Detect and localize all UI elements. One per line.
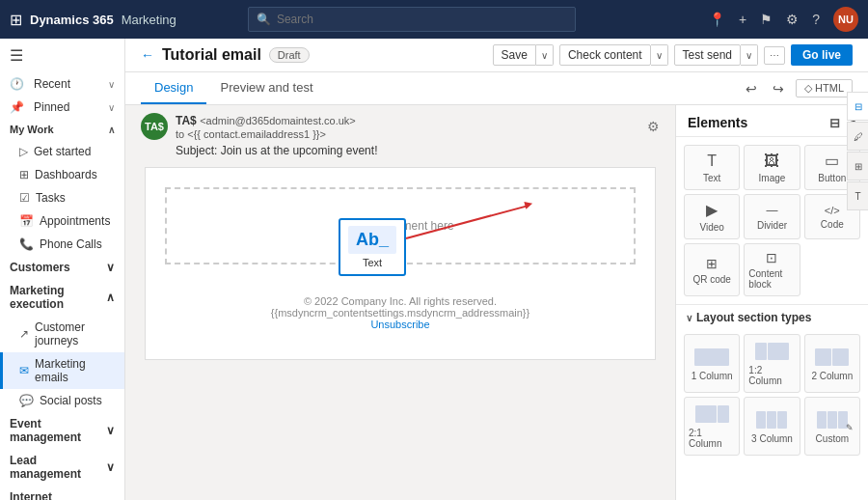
sidebar-group-marketing-execution[interactable]: Marketing execution ∧ xyxy=(0,279,124,316)
email-settings-icon[interactable]: ⚙ xyxy=(647,119,660,134)
element-text[interactable]: T Text xyxy=(684,145,740,190)
qrcode-icon: ⊞ xyxy=(706,256,718,271)
layout-1-column[interactable]: 1 Column xyxy=(684,334,740,393)
element-video[interactable]: ▶ Video xyxy=(684,194,740,239)
search-icon: 🔍 xyxy=(257,13,271,26)
sidebar-item-appointments[interactable]: 📅 Appointments xyxy=(0,209,124,233)
top-navigation: ⊞ Dynamics 365 Marketing 🔍 📍 + ⚑ ⚙ ? NU xyxy=(0,0,868,39)
email-dynamics-text: {{msdyncrm_contentsettings.msdyncrm_addr… xyxy=(157,307,643,319)
sender-email: <admin@d365domaintest.co.uk> xyxy=(200,115,356,126)
redo-button[interactable]: ↪ xyxy=(769,79,788,98)
recent-icon: 🕐 xyxy=(10,77,24,91)
sender-avatar: TA$ xyxy=(141,113,168,140)
right-tab-icon2[interactable]: ⊞ xyxy=(847,152,868,181)
sidebar-group-label: My Work xyxy=(10,124,54,135)
sidebar-item-customer-journeys[interactable]: ↗ Customer journeys xyxy=(0,316,124,352)
filter-icon[interactable]: ⚑ xyxy=(760,12,773,27)
location-icon[interactable]: 📍 xyxy=(709,12,725,27)
chevron-down-icon: ∨ xyxy=(106,460,115,474)
right-tab-icon1[interactable]: 🖊 xyxy=(847,122,868,151)
html-button[interactable]: ◇ HTML xyxy=(796,79,853,97)
add-icon[interactable]: + xyxy=(739,12,746,27)
sidebar-item-label: Customers xyxy=(10,261,70,274)
tab-preview[interactable]: Preview and test xyxy=(206,72,326,104)
brand-name: Dynamics 365 xyxy=(30,13,114,27)
page-title: Tutorial email xyxy=(162,46,261,64)
pin-icon: 📌 xyxy=(10,100,24,114)
back-button[interactable]: ← xyxy=(141,47,154,63)
element-image[interactable]: 🖼 Image xyxy=(744,145,800,190)
go-live-button[interactable]: Go live xyxy=(791,44,853,66)
element-divider[interactable]: — Divider xyxy=(744,194,800,239)
right-tab-elements[interactable]: ⊟ xyxy=(847,105,868,121)
sidebar-item-internet-marketing[interactable]: Internet marketing ∨ xyxy=(0,486,124,500)
more-options-button[interactable]: ⋯ xyxy=(764,46,785,65)
page-header: ← Tutorial email Draft Save ∨ Check cont… xyxy=(125,39,868,72)
button-icon: ▭ xyxy=(825,152,839,170)
unsubscribe-link[interactable]: Unsubscribe xyxy=(370,319,429,330)
sidebar-hamburger-icon[interactable]: ☰ xyxy=(0,39,124,72)
layout-grid: 1 Column 1:2 Column xyxy=(676,330,868,463)
layout-custom[interactable]: ✎ Custom xyxy=(804,397,860,456)
sidebar-item-label: Dashboards xyxy=(35,168,97,181)
sidebar-item-social-posts[interactable]: 💬 Social posts xyxy=(0,389,124,412)
check-content-dropdown-button[interactable]: ∨ xyxy=(651,44,668,66)
layout-2-column[interactable]: 2 Column xyxy=(804,334,860,393)
chevron-down-icon: ∨ xyxy=(686,313,692,323)
sidebar: ☰ 🕐 Recent ∨ 📌 Pinned ∨ My Work ∧ ▷ Get … xyxy=(0,39,125,500)
sidebar-item-get-started[interactable]: ▷ Get started xyxy=(0,140,124,163)
sidebar-item-label: Internet marketing xyxy=(10,490,106,500)
sidebar-item-label: Recent xyxy=(34,77,70,91)
right-tab-icon3[interactable]: T xyxy=(847,181,868,210)
chevron-down-icon: ∨ xyxy=(106,424,115,437)
sidebar-item-pinned[interactable]: 📌 Pinned ∨ xyxy=(0,96,124,119)
sidebar-item-dashboards[interactable]: ⊞ Dashboards xyxy=(0,163,124,186)
sidebar-item-label: Tasks xyxy=(36,191,66,205)
sidebar-item-recent[interactable]: 🕐 Recent ∨ xyxy=(0,72,124,96)
check-content-button[interactable]: Check content xyxy=(559,44,651,66)
test-send-button[interactable]: Test send xyxy=(674,44,741,66)
email-subject: Subject: Join us at the upcoming event! xyxy=(176,144,660,157)
test-send-dropdown-button[interactable]: ∨ xyxy=(741,44,758,66)
sidebar-item-label: Marketing execution xyxy=(10,284,106,311)
save-button[interactable]: Save xyxy=(493,44,536,66)
video-icon: ▶ xyxy=(706,201,718,219)
phone-icon: 📞 xyxy=(19,237,34,251)
tab-design[interactable]: Design xyxy=(141,72,206,104)
floating-text-element[interactable]: Ab_ Text xyxy=(339,218,406,276)
help-icon[interactable]: ? xyxy=(812,12,820,27)
sidebar-item-tasks[interactable]: ☑ Tasks xyxy=(0,186,124,209)
element-qrcode[interactable]: ⊞ QR code xyxy=(684,243,740,296)
layout-1-2-column[interactable]: 1:2 Column xyxy=(744,334,800,393)
email-icon: ✉ xyxy=(19,364,29,377)
search-input[interactable] xyxy=(277,13,567,26)
social-icon: 💬 xyxy=(19,394,34,407)
undo-button[interactable]: ↩ xyxy=(742,79,761,98)
layout-2-1-column[interactable]: 2:1 Column xyxy=(684,397,740,456)
text-icon: T xyxy=(707,153,717,170)
email-body: + Add element here Ab_ Text © 2022 Compa… xyxy=(145,167,656,360)
element-content-block[interactable]: ⊡ Content block xyxy=(744,243,800,296)
save-dropdown-button[interactable]: ∨ xyxy=(536,44,554,66)
sidebar-item-event-management[interactable]: Event management ∨ xyxy=(0,412,124,449)
chevron-down-icon: ∨ xyxy=(108,102,115,113)
chevron-down-icon: ∨ xyxy=(108,79,115,90)
sidebar-item-label: Get started xyxy=(34,145,91,158)
search-bar[interactable]: 🔍 xyxy=(248,7,576,32)
layout-section-header[interactable]: ∨ Layout section types xyxy=(676,304,868,330)
layout-section-label: Layout section types xyxy=(696,311,811,324)
elements-panel: Elements ⊟ ↗ ⊟ 🖊 ⊞ T T xyxy=(675,105,868,500)
sidebar-item-lead-management[interactable]: Lead management ∨ xyxy=(0,449,124,486)
layout-3-column[interactable]: 3 Column xyxy=(744,397,800,456)
sidebar-item-label: Appointments xyxy=(40,214,110,228)
tasks-icon: ☑ xyxy=(19,191,30,205)
sidebar-group-mywork[interactable]: My Work ∧ xyxy=(0,119,124,140)
avatar[interactable]: NU xyxy=(833,7,858,32)
sidebar-item-customers[interactable]: Customers ∨ xyxy=(0,256,124,279)
sidebar-item-phone-calls[interactable]: 📞 Phone Calls xyxy=(0,233,124,256)
panel-grid-icon[interactable]: ⊟ xyxy=(829,116,840,130)
email-canvas: TA$ TA$ <admin@d365domaintest.co.uk> to … xyxy=(125,105,675,500)
grid-icon[interactable]: ⊞ xyxy=(10,11,22,29)
sidebar-item-marketing-emails[interactable]: ✉ Marketing emails xyxy=(0,352,124,389)
settings-icon[interactable]: ⚙ xyxy=(786,12,799,27)
